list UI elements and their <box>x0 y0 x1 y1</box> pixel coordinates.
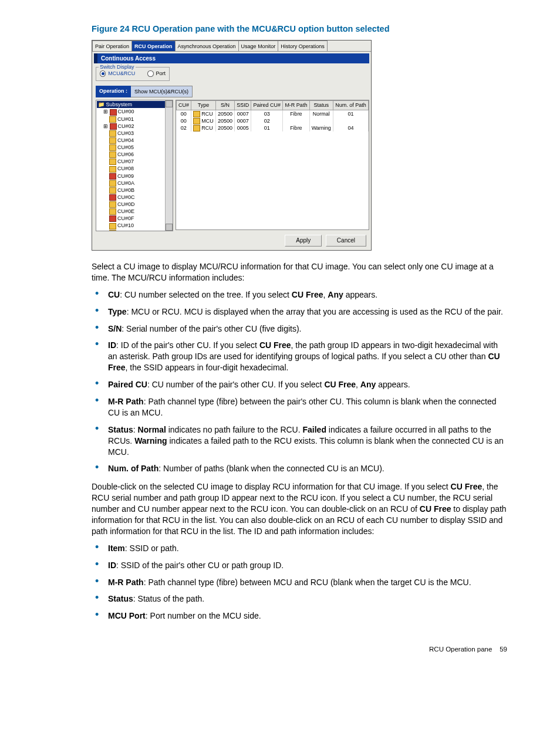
list-item: Num. of Path: Number of paths (blank whe… <box>92 463 507 474</box>
tree-item[interactable]: CU#0C <box>96 194 173 201</box>
rcu-grid[interactable]: CU#TypeS/NSSIDPaired CU#M-R PathStatusNu… <box>176 100 369 230</box>
operation-bar: Operation : Show MCU(s)&RCU(s) <box>96 86 369 97</box>
radio-port-label: Port <box>156 70 166 77</box>
tree-item[interactable]: CU#09 <box>96 173 173 180</box>
tree-item[interactable]: CU#0F <box>96 215 173 222</box>
cu-tree[interactable]: 📁 Subsystem ⊞ CU#00CU#01⊞ CU#02CU#03CU#0… <box>96 100 173 231</box>
tree-item[interactable]: CU#10 <box>96 222 173 229</box>
tree-item[interactable]: CU#0D <box>96 201 173 208</box>
list-item: ID: ID of the pair's other CU. If you se… <box>92 340 507 373</box>
middle-paragraph: Double-click on the selected CU image to… <box>92 481 507 536</box>
table-row[interactable]: 02RCU20500000501FibreWarning04 <box>177 124 369 131</box>
panel-title: Continuous Access <box>94 53 369 64</box>
tree-item[interactable]: CU#0B <box>96 187 173 194</box>
list-item: Item: SSID or path. <box>92 543 507 554</box>
cancel-button[interactable]: Cancel <box>326 235 366 247</box>
tab-strip: Pair Operation RCU Operation Asynchronou… <box>92 40 371 52</box>
list-item: Type: MCU or RCU. MCU is displayed when … <box>92 306 507 318</box>
table-row[interactable]: 00MCU20500000702 <box>177 117 369 124</box>
table-row[interactable]: 00RCU20500000703FibreNormal01 <box>177 110 369 117</box>
grid-header[interactable]: Status <box>309 101 333 110</box>
switch-display-legend: Switch Display <box>99 63 136 70</box>
tree-item[interactable]: ⊞ CU#02 <box>96 123 173 130</box>
tree-root[interactable]: 📁 Subsystem <box>97 101 172 108</box>
intro-paragraph: Select a CU image to display MCU/RCU inf… <box>92 261 507 283</box>
field-list-1: CU: CU number selected on the tree. If y… <box>92 289 507 475</box>
tree-item[interactable]: CU#11 <box>96 229 173 232</box>
tree-item[interactable]: CU#0A <box>96 180 173 187</box>
tree-item[interactable]: CU#0E <box>96 208 173 215</box>
tab-rcu-operation[interactable]: RCU Operation <box>131 40 176 51</box>
tree-item[interactable]: CU#07 <box>96 158 173 165</box>
tree-item[interactable]: CU#08 <box>96 165 173 172</box>
list-item: M-R Path: Path channel type (fibre) betw… <box>92 577 507 588</box>
tree-item[interactable]: CU#06 <box>96 151 173 158</box>
grid-header[interactable]: SSID <box>235 101 251 110</box>
grid-header[interactable]: S/N <box>215 101 234 110</box>
list-item: S/N: Serial number of the pair's other C… <box>92 323 507 335</box>
list-item: Status: Normal indicates no path failure… <box>92 424 507 458</box>
tab-usage-monitor[interactable]: Usage Monitor <box>238 40 279 51</box>
list-item: ID: SSID of the pair's other CU or path … <box>92 560 507 571</box>
field-list-2: Item: SSID or path.ID: SSID of the pair'… <box>92 543 507 622</box>
grid-header[interactable]: Type <box>191 101 216 110</box>
radio-mcurcu[interactable] <box>100 70 106 77</box>
radio-port[interactable] <box>147 70 153 77</box>
list-item: Paired CU: CU number of the pair's other… <box>92 379 507 390</box>
operation-label: Operation : <box>96 86 131 97</box>
rcu-operation-screenshot: Pair Operation RCU Operation Asynchronou… <box>92 40 372 251</box>
switch-display-group: Switch Display MCU&RCU Port <box>96 67 170 81</box>
tree-item[interactable]: CU#01 <box>96 116 173 123</box>
tree-item[interactable]: CU#04 <box>96 137 173 144</box>
tab-pair-operation[interactable]: Pair Operation <box>92 40 132 51</box>
apply-button[interactable]: Apply <box>285 235 322 247</box>
tree-item[interactable]: CU#05 <box>96 144 173 151</box>
tab-async-operation[interactable]: Asynchronous Operation <box>175 40 239 51</box>
tree-item[interactable]: CU#03 <box>96 130 173 137</box>
list-item: CU: CU number selected on the tree. If y… <box>92 289 507 301</box>
radio-mcurcu-label: MCU&RCU <box>108 70 135 77</box>
list-item: MCU Port: Port number on the MCU side. <box>92 610 507 622</box>
grid-header[interactable]: M-R Path <box>283 101 309 110</box>
figure-title: Figure 24 RCU Operation pane with the MC… <box>92 23 507 35</box>
list-item: Status: Status of the path. <box>92 593 507 605</box>
list-item: M-R Path: Path channel type (fibre) betw… <box>92 396 507 418</box>
tab-history-operations[interactable]: History Operations <box>278 40 328 51</box>
operation-value[interactable]: Show MCU(s)&RCU(s) <box>131 86 193 97</box>
tree-scrollbar[interactable] <box>165 100 173 231</box>
page-footer: RCU Operation pane 59 <box>92 645 507 654</box>
grid-header[interactable]: CU# <box>177 101 191 110</box>
tree-item[interactable]: ⊞ CU#00 <box>96 108 173 115</box>
grid-header[interactable]: Paired CU# <box>251 101 283 110</box>
grid-header[interactable]: Num. of Path <box>333 101 369 110</box>
